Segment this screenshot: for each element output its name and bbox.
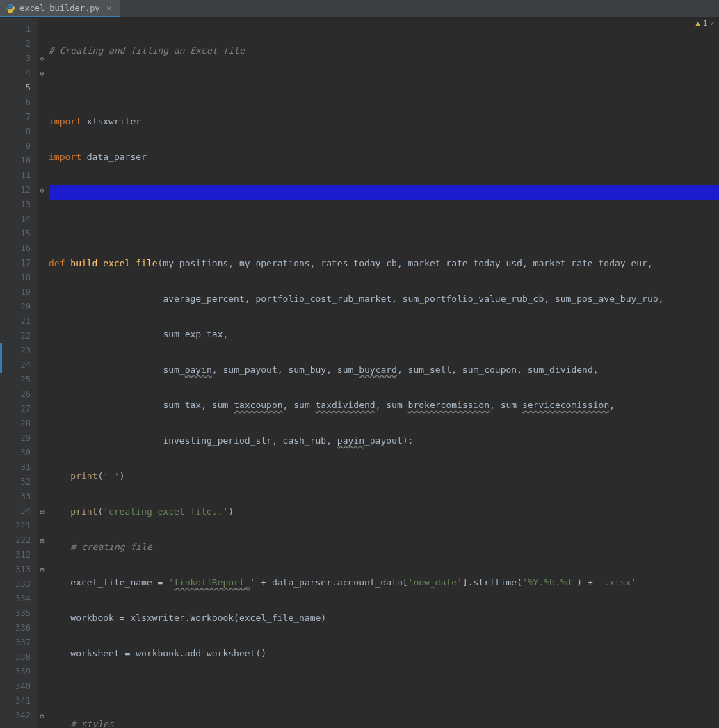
line-number[interactable]: 34 [7, 504, 38, 519]
line-number[interactable]: 338 [7, 650, 38, 665]
line-number[interactable]: 22 [7, 329, 38, 343]
line-number[interactable]: 33 [7, 490, 38, 504]
fold-toggle[interactable] [38, 154, 47, 168]
line-number-gutter[interactable]: 1234567891011121314151617181920212223242… [7, 18, 38, 728]
fold-toggle[interactable] [38, 665, 47, 679]
line-number[interactable]: 6 [7, 95, 38, 110]
line-number[interactable]: 222 [7, 533, 38, 548]
fold-toggle[interactable]: ⊞ [38, 533, 47, 548]
fold-toggle[interactable] [38, 416, 47, 431]
fold-toggle[interactable] [38, 650, 47, 665]
line-number[interactable]: 30 [7, 446, 38, 460]
line-number[interactable]: 10 [7, 154, 38, 168]
fold-toggle[interactable] [38, 679, 47, 694]
fold-toggle[interactable] [38, 241, 47, 256]
fold-toggle[interactable] [38, 358, 47, 373]
line-number[interactable]: 28 [7, 416, 38, 431]
line-number[interactable]: 8 [7, 124, 38, 139]
fold-toggle[interactable] [38, 431, 47, 446]
file-tab[interactable]: excel_builder.py × [0, 0, 120, 17]
line-number[interactable]: 23 [7, 343, 38, 358]
line-number[interactable]: 24 [7, 358, 38, 373]
fold-toggle[interactable] [38, 270, 47, 285]
fold-toggle[interactable] [38, 490, 47, 504]
fold-toggle[interactable] [38, 636, 47, 650]
fold-toggle[interactable] [38, 168, 47, 183]
fold-toggle[interactable] [38, 227, 47, 241]
fold-toggle[interactable] [38, 314, 47, 329]
fold-column[interactable]: ⊖⊖⊖⊞⊞⊞⊖ [38, 18, 47, 728]
line-number[interactable]: 9 [7, 139, 38, 154]
line-number[interactable]: 25 [7, 373, 38, 387]
fold-toggle[interactable] [38, 300, 47, 314]
fold-toggle[interactable] [38, 373, 47, 387]
fold-toggle[interactable] [38, 592, 47, 606]
fold-toggle[interactable]: ⊞ [38, 563, 47, 577]
fold-toggle[interactable] [38, 95, 47, 110]
fold-toggle[interactable] [38, 212, 47, 227]
line-number[interactable]: 12 [7, 183, 38, 197]
line-number[interactable]: 19 [7, 285, 38, 300]
line-number[interactable]: 339 [7, 665, 38, 679]
fold-toggle[interactable] [38, 285, 47, 300]
fold-toggle[interactable] [38, 343, 47, 358]
line-number[interactable]: 32 [7, 475, 38, 490]
fold-toggle[interactable] [38, 37, 47, 51]
fold-toggle[interactable] [38, 606, 47, 621]
fold-toggle[interactable] [38, 694, 47, 709]
fold-toggle[interactable] [38, 402, 47, 416]
fold-toggle[interactable] [38, 256, 47, 270]
line-number[interactable]: 26 [7, 387, 38, 402]
line-number[interactable]: 221 [7, 519, 38, 533]
line-number[interactable]: 11 [7, 168, 38, 183]
fold-toggle[interactable] [38, 460, 47, 475]
line-number[interactable]: 4 [7, 66, 38, 81]
line-number[interactable]: 5 [7, 81, 38, 95]
line-number[interactable]: 337 [7, 636, 38, 650]
line-number[interactable]: 313 [7, 563, 38, 577]
line-number[interactable]: 20 [7, 300, 38, 314]
fold-toggle[interactable] [38, 577, 47, 592]
line-number[interactable]: 14 [7, 212, 38, 227]
fold-toggle[interactable] [38, 329, 47, 343]
fold-toggle[interactable] [38, 81, 47, 95]
line-number[interactable]: 341 [7, 694, 38, 709]
line-number[interactable]: 29 [7, 431, 38, 446]
line-number[interactable]: 335 [7, 606, 38, 621]
fold-toggle[interactable]: ⊖ [38, 66, 47, 81]
line-number[interactable]: 7 [7, 110, 38, 124]
fold-toggle[interactable] [38, 519, 47, 533]
fold-toggle[interactable] [38, 197, 47, 212]
line-number[interactable]: 13 [7, 197, 38, 212]
line-number[interactable]: 15 [7, 227, 38, 241]
active-line[interactable] [49, 185, 719, 200]
line-number[interactable]: 31 [7, 460, 38, 475]
fold-toggle[interactable] [38, 124, 47, 139]
line-number[interactable]: 27 [7, 402, 38, 416]
fold-toggle[interactable] [38, 548, 47, 563]
fold-toggle[interactable] [38, 387, 47, 402]
line-number[interactable]: 21 [7, 314, 38, 329]
fold-toggle[interactable] [38, 446, 47, 460]
line-number[interactable]: 2 [7, 37, 38, 51]
fold-toggle[interactable] [38, 139, 47, 154]
close-icon[interactable]: × [104, 3, 114, 13]
line-number[interactable]: 333 [7, 577, 38, 592]
fold-toggle[interactable] [38, 22, 47, 37]
fold-toggle[interactable] [38, 621, 47, 636]
line-number[interactable]: 17 [7, 256, 38, 270]
line-number[interactable]: 336 [7, 621, 38, 636]
line-number[interactable]: 18 [7, 270, 38, 285]
fold-toggle[interactable] [38, 475, 47, 490]
line-number[interactable]: 312 [7, 548, 38, 563]
line-number[interactable]: 340 [7, 679, 38, 694]
line-number[interactable]: 16 [7, 241, 38, 256]
line-number[interactable]: 3 [7, 51, 38, 66]
code-area[interactable]: # Creating and filling an Excel file imp… [47, 18, 719, 728]
fold-toggle[interactable]: ⊖ [38, 183, 47, 197]
line-number[interactable]: 334 [7, 592, 38, 606]
fold-toggle[interactable]: ⊖ [38, 709, 47, 723]
line-number[interactable]: 1 [7, 22, 38, 37]
fold-toggle[interactable]: ⊞ [38, 504, 47, 519]
fold-toggle[interactable]: ⊖ [38, 51, 47, 66]
